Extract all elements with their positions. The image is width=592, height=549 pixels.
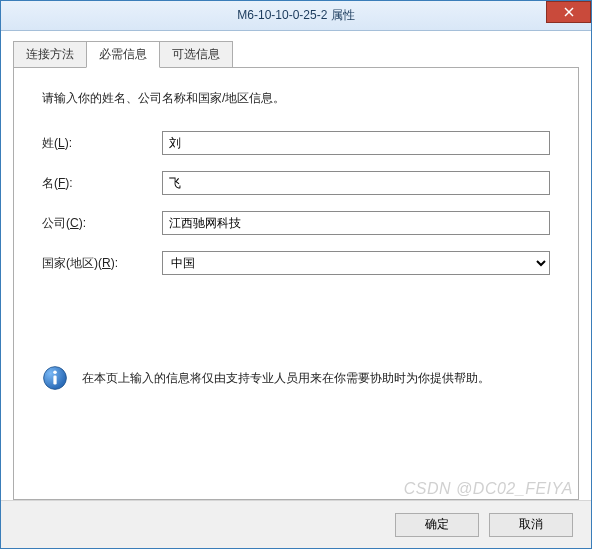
tab-panel-required: 请输入你的姓名、公司名称和国家/地区信息。 姓(L): 名(F): 公司(C): [13, 67, 579, 500]
row-company: 公司(C): [42, 211, 550, 235]
input-company[interactable] [162, 211, 550, 235]
label-firstname: 名(F): [42, 175, 162, 192]
ok-button[interactable]: 确定 [395, 513, 479, 537]
row-firstname: 名(F): [42, 171, 550, 195]
input-lastname[interactable] [162, 131, 550, 155]
close-icon [564, 7, 574, 17]
cancel-button[interactable]: 取消 [489, 513, 573, 537]
label-country: 国家(地区)(R): [42, 255, 162, 272]
dialog-window: M6-10-10-0-25-2 属性 连接方法 必需信息 可选信息 请输入你的姓… [0, 0, 592, 549]
tab-required[interactable]: 必需信息 [86, 41, 160, 68]
select-country[interactable]: 中国 [162, 251, 550, 275]
tab-optional[interactable]: 可选信息 [159, 41, 233, 68]
info-icon [42, 365, 68, 391]
tab-strip: 连接方法 必需信息 可选信息 [13, 41, 579, 68]
content-area: 连接方法 必需信息 可选信息 请输入你的姓名、公司名称和国家/地区信息。 姓(L… [1, 31, 591, 500]
input-firstname[interactable] [162, 171, 550, 195]
info-text: 在本页上输入的信息将仅由支持专业人员用来在你需要协助时为你提供帮助。 [82, 370, 490, 387]
row-country: 国家(地区)(R): 中国 [42, 251, 550, 275]
svg-rect-4 [53, 376, 56, 385]
label-lastname: 姓(L): [42, 135, 162, 152]
footer: 确定 取消 [1, 500, 591, 548]
titlebar: M6-10-10-0-25-2 属性 [1, 1, 591, 31]
close-button[interactable] [546, 1, 591, 23]
window-title: M6-10-10-0-25-2 属性 [1, 7, 591, 24]
instructions-text: 请输入你的姓名、公司名称和国家/地区信息。 [42, 90, 550, 107]
tab-connection[interactable]: 连接方法 [13, 41, 87, 68]
info-row: 在本页上输入的信息将仅由支持专业人员用来在你需要协助时为你提供帮助。 [42, 365, 550, 391]
svg-point-3 [53, 371, 57, 375]
label-company: 公司(C): [42, 215, 162, 232]
row-lastname: 姓(L): [42, 131, 550, 155]
